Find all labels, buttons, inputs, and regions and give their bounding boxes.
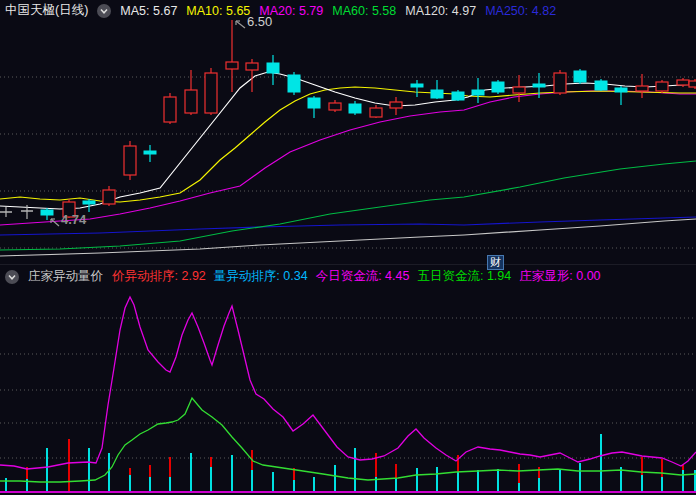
finance-event-tag[interactable]: 财 [487, 255, 504, 270]
ma-item-value: 5.79 [299, 4, 323, 18]
indicator-field-value: 2.92 [181, 269, 205, 283]
indicator-field-label: 今日资金流: [316, 269, 382, 283]
indicator-values: 价异动排序: 2.92量异动排序: 0.34今日资金流: 4.45五日资金流: … [112, 268, 601, 285]
indicator-field-3: 五日资金流: 1.94 [417, 268, 511, 285]
ma-item-4: MA120: 4.97 [405, 4, 476, 18]
ma-values: MA5: 5.67MA10: 5.65MA20: 5.79MA60: 5.58M… [120, 4, 556, 18]
ma-item-label: MA120: [405, 4, 448, 18]
main-chart-header: 中国天楹(日线) MA5: 5.67MA10: 5.65MA20: 5.79MA… [5, 2, 556, 19]
indicator-field-value: 0.34 [283, 269, 307, 283]
indicator-field-0: 价异动排序: 2.92 [112, 268, 206, 285]
stock-title: 中国天楹(日线) [5, 2, 88, 19]
ma-item-value: 4.82 [532, 4, 556, 18]
ma-item-label: MA10: [186, 4, 222, 18]
indicator-title: 庄家异动量价 [28, 268, 103, 285]
ma-item-value: 4.97 [452, 4, 476, 18]
indicator-field-4: 庄家显形: 0.00 [519, 268, 600, 285]
indicator-field-value: 1.94 [487, 269, 511, 283]
indicator-field-value: 0.00 [576, 269, 600, 283]
indicator-field-2: 今日资金流: 4.45 [316, 268, 410, 285]
ma-item-label: MA60: [332, 4, 368, 18]
ma-item-label: MA5: [120, 4, 149, 18]
collapse-main-panel-icon[interactable] [97, 4, 111, 18]
ma-item-1: MA10: 5.65 [186, 4, 250, 18]
indicator-field-label: 五日资金流: [417, 269, 483, 283]
indicator-field-label: 价异动排序: [112, 269, 178, 283]
indicator-field-label: 量异动排序: [214, 269, 280, 283]
ma-item-value: 5.67 [153, 4, 177, 18]
low-price-label: 4.74 [61, 212, 86, 227]
indicator-field-1: 量异动排序: 0.34 [214, 268, 308, 285]
collapse-indicator-panel-icon[interactable] [5, 270, 19, 284]
indicator-header: 庄家异动量价 价异动排序: 2.92量异动排序: 0.34今日资金流: 4.45… [5, 268, 601, 285]
ma-item-3: MA60: 5.58 [332, 4, 396, 18]
main-chart[interactable] [0, 0, 696, 495]
high-price-label: 6.50 [247, 14, 272, 29]
ma-item-0: MA5: 5.67 [120, 4, 177, 18]
chart-window: 中国天楹(日线) MA5: 5.67MA10: 5.65MA20: 5.79MA… [0, 0, 696, 495]
indicator-field-label: 庄家显形: [519, 269, 572, 283]
ma-item-label: MA250: [485, 4, 528, 18]
indicator-field-value: 4.45 [385, 269, 409, 283]
panel-separator [0, 264, 696, 265]
ma-item-5: MA250: 4.82 [485, 4, 556, 18]
ma-item-value: 5.58 [372, 4, 396, 18]
